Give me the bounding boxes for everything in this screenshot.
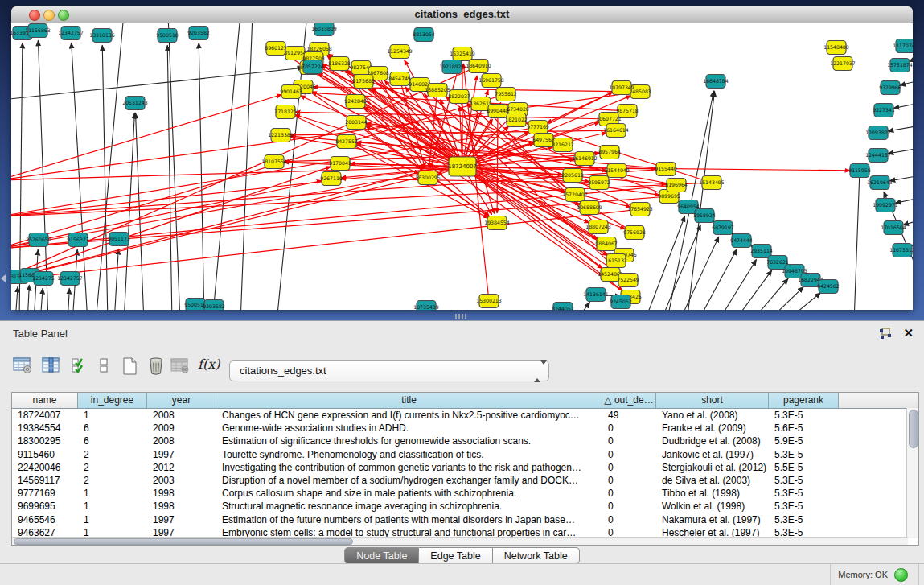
network-node-9500510[interactable]: 9500510 (156, 29, 179, 43)
network-edge-red[interactable] (497, 111, 498, 213)
network-node-17016504[interactable]: 17016504 (881, 221, 906, 235)
network-node-16961758[interactable]: 16961758 (478, 74, 504, 88)
network-node-9170041[interactable]: 9170041 (329, 157, 351, 171)
network-node-9051173[interactable]: 9051173 (108, 233, 130, 246)
table-row[interactable]: 946554611997Estimation of the future num… (12, 513, 918, 526)
network-node-9329966[interactable]: 9329966 (879, 81, 901, 95)
network-edge-black[interactable] (27, 285, 29, 310)
network-node-16146912[interactable]: 16146912 (572, 152, 598, 166)
network-node-11548408[interactable]: 11548408 (823, 41, 849, 55)
network-node-12093822[interactable]: 12093822 (865, 126, 891, 140)
table-row[interactable]: 2242004622012Investigating the contribut… (12, 461, 918, 474)
network-edge-red[interactable] (366, 124, 676, 185)
network-node-15300213[interactable]: 15300213 (476, 295, 502, 308)
network-node-16033809[interactable]: 16033809 (311, 23, 337, 36)
network-node-7955812[interactable]: 7955812 (495, 88, 517, 101)
network-node-1821022[interactable]: 1821022 (505, 113, 528, 127)
network-node-10797349[interactable]: 10797349 (609, 81, 634, 95)
network-node-16648784[interactable]: 16648784 (703, 75, 729, 89)
network-edge-red[interactable] (11, 94, 282, 180)
network-node-19992971[interactable]: 19992971 (873, 199, 898, 212)
network-node-9203582[interactable]: 9203582 (187, 27, 210, 40)
table-row[interactable]: 1456911722003Disruption of a novel membe… (12, 474, 918, 487)
create-column-icon[interactable] (121, 356, 142, 377)
network-node-11544049[interactable]: 11544049 (604, 164, 630, 178)
table-row[interactable]: 911546021997Tourette syndrome. Phenomeno… (12, 448, 918, 461)
network-node-3216212[interactable]: 3216212 (552, 138, 574, 152)
network-node-8958924[interactable]: 8958924 (693, 209, 716, 223)
column-header-short[interactable]: short (656, 393, 769, 408)
network-node-9777169[interactable]: 9777169 (527, 121, 549, 134)
tab-edge-table[interactable]: Edge Table (419, 547, 492, 564)
network-node-1234275[interactable]: 1234275 (32, 272, 55, 286)
network-node-17654923[interactable]: 17654923 (627, 203, 653, 216)
window-titlebar[interactable]: citations_edges.txt (11, 6, 913, 23)
column-header-year[interactable]: year (147, 393, 216, 408)
network-node-9155440[interactable]: 9155440 (655, 163, 677, 176)
close-panel-icon[interactable]: ✕ (903, 326, 914, 340)
column-header-in_degree[interactable]: in_degree (78, 393, 147, 408)
network-node-2803144[interactable]: 2803144 (345, 116, 368, 130)
network-node-8813054[interactable]: 8813054 (413, 28, 435, 42)
table-header-row[interactable]: namein_degreeyeartitle△ out_de…shortpage… (12, 393, 918, 409)
network-node-1615132[interactable]: 1615132 (605, 254, 627, 268)
network-node-18640910[interactable]: 18640910 (466, 60, 491, 73)
network-edge-black[interactable] (888, 149, 913, 154)
network-node-15720407[interactable]: 15720407 (562, 188, 588, 202)
network-node-11170748[interactable]: 11170748 (893, 39, 913, 53)
network-edge-black[interactable] (72, 43, 88, 310)
network-edge-black[interactable] (660, 225, 700, 310)
network-node-15751874[interactable]: 15751874 (887, 59, 913, 72)
vertical-scrollbar[interactable] (906, 408, 918, 538)
network-node-9245052[interactable]: 9245052 (610, 295, 632, 309)
network-node-12444157[interactable]: 12444157 (865, 149, 891, 163)
delete-table-icon[interactable] (170, 356, 191, 377)
network-node-8196964[interactable]: 8196964 (665, 179, 688, 192)
panel-resize-grip[interactable] (455, 314, 468, 319)
table-select-dropdown[interactable]: citations_edges.txt (229, 360, 549, 381)
network-edge-black[interactable] (750, 278, 788, 310)
network-node-11156863[interactable]: 11156863 (25, 24, 51, 38)
network-node-11254349[interactable]: 11254349 (387, 45, 413, 59)
network-node-19384554[interactable]: 19384554 (484, 216, 510, 230)
column-header-pagerank[interactable]: pagerank (769, 393, 839, 408)
network-node-8595972[interactable]: 8595972 (588, 176, 610, 190)
network-node-12213389[interactable]: 12213389 (268, 129, 294, 142)
network-node-11675312[interactable]: 11675312 (889, 244, 913, 257)
network-node-12342757[interactable]: 12342757 (57, 272, 83, 286)
network-edge-black[interactable] (574, 303, 590, 310)
network-node-9242848[interactable]: 9242848 (344, 95, 367, 109)
network-node-9884067[interactable]: 9884067 (595, 237, 618, 251)
network-edge-black[interactable] (240, 23, 253, 310)
table-settings-icon[interactable] (13, 356, 34, 377)
table-row[interactable]: 1872400712008Changes of HCN gene express… (12, 409, 918, 422)
network-node-18724007[interactable]: 18724007 (448, 157, 477, 176)
network-node-9227341[interactable]: 9227341 (873, 104, 895, 117)
network-node-8186328[interactable]: 8186328 (328, 57, 351, 71)
network-node-9156327[interactable]: 9156327 (67, 233, 89, 247)
network-node-18807243[interactable]: 18807243 (585, 220, 611, 234)
column-header-name[interactable]: name (12, 393, 78, 408)
network-node-9175685[interactable]: 9175685 (352, 75, 375, 89)
network-node-19218926[interactable]: 19218926 (439, 60, 465, 74)
network-node-9115958[interactable]: 9115958 (848, 164, 871, 178)
network-node-12342757[interactable]: 12342757 (58, 27, 84, 40)
network-node-6879197[interactable]: 6879197 (712, 221, 734, 235)
network-edge-black[interactable] (167, 45, 172, 310)
row-height-icon[interactable] (98, 356, 119, 377)
network-node-10688609[interactable]: 10688609 (577, 201, 602, 215)
network-node-10735439[interactable]: 10735439 (413, 301, 439, 311)
network-node-15143495[interactable]: 15143495 (699, 176, 725, 190)
network-node-7857224[interactable]: 7857224 (302, 60, 324, 74)
network-node-9424502[interactable]: 9424502 (817, 280, 840, 294)
network-edge-black[interactable] (854, 171, 860, 310)
network-node-25260650[interactable]: 25260650 (26, 233, 51, 247)
delete-column-icon[interactable] (146, 356, 167, 377)
network-node-16164614[interactable]: 16164614 (603, 124, 629, 138)
vertical-scrollbar-thumb[interactable] (909, 410, 918, 448)
network-node-9756928[interactable]: 9756928 (623, 226, 646, 240)
tab-node-table[interactable]: Node Table (344, 547, 419, 564)
network-edge-black[interactable] (11, 68, 303, 100)
network-node-18107554[interactable]: 18107554 (261, 155, 287, 169)
network-node-12217937[interactable]: 12217937 (830, 57, 856, 71)
